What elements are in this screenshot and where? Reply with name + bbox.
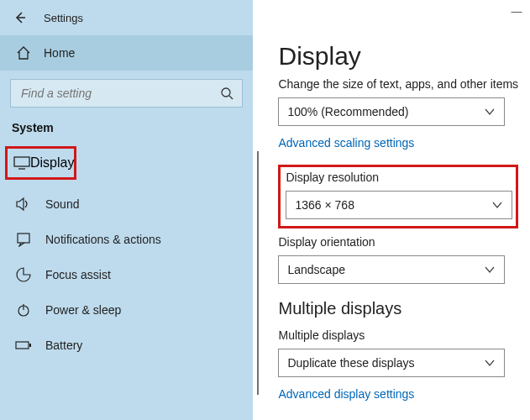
- chevron-down-icon: [484, 106, 496, 118]
- minimize-button[interactable]: —: [511, 5, 522, 18]
- chevron-down-icon: [484, 264, 496, 276]
- resolution-label: Display resolution: [286, 171, 511, 184]
- advanced-display-link[interactable]: Advanced display settings: [278, 387, 414, 401]
- display-icon: [13, 156, 30, 170]
- sidebar-home-label: Home: [44, 46, 75, 60]
- scale-select[interactable]: 100% (Recommended): [278, 97, 505, 126]
- sidebar-item-label: Focus assist: [45, 268, 111, 281]
- sidebar-item-label: Notifications & actions: [45, 233, 161, 246]
- svg-rect-4: [16, 342, 29, 349]
- resolution-highlight: Display resolution 1366 × 768: [278, 165, 518, 228]
- svg-rect-1: [14, 157, 29, 166]
- sidebar-home[interactable]: Home: [0, 35, 253, 71]
- multiple-displays-value: Duplicate these displays: [287, 356, 414, 370]
- sidebar-item-sound[interactable]: Sound: [0, 186, 253, 222]
- multiple-displays-label: Multiple displays: [278, 328, 518, 342]
- chevron-down-icon: [484, 357, 496, 369]
- page-title: Display: [278, 42, 518, 71]
- sidebar-item-battery[interactable]: Battery: [0, 328, 253, 363]
- window-title: Settings: [44, 12, 83, 24]
- sidebar-item-label: Power & sleep: [45, 303, 121, 317]
- orientation-label: Display orientation: [278, 235, 518, 249]
- back-button[interactable]: [7, 4, 34, 31]
- main-content: — Display Change the size of text, apps,…: [253, 0, 530, 420]
- focus-assist-icon: [13, 267, 34, 282]
- battery-icon: [13, 339, 34, 351]
- home-icon: [13, 45, 34, 60]
- sidebar-item-display[interactable]: Display: [5, 146, 76, 180]
- power-icon: [13, 302, 34, 318]
- resolution-value: 1366 × 768: [295, 198, 354, 212]
- svg-rect-5: [29, 344, 31, 347]
- orientation-select[interactable]: Landscape: [278, 255, 505, 284]
- multiple-displays-select[interactable]: Duplicate these displays: [278, 349, 505, 377]
- titlebar: Settings: [0, 0, 253, 35]
- multiple-displays-heading: Multiple displays: [278, 299, 518, 318]
- sidebar-item-label: Battery: [45, 339, 82, 352]
- sidebar-item-label: Display: [30, 155, 74, 171]
- search-input[interactable]: [19, 86, 220, 101]
- svg-rect-2: [18, 234, 29, 243]
- sidebar-item-label: Sound: [45, 197, 79, 211]
- arrow-left-icon: [13, 11, 27, 24]
- sound-icon: [13, 197, 34, 211]
- notifications-icon: [13, 232, 34, 247]
- sidebar-item-power-sleep[interactable]: Power & sleep: [0, 292, 253, 328]
- search-icon: [220, 87, 234, 100]
- sidebar: Settings Home System Display: [0, 0, 253, 420]
- scale-label: Change the size of text, apps, and other…: [278, 77, 518, 91]
- svg-point-0: [222, 88, 230, 97]
- advanced-scaling-link[interactable]: Advanced scaling settings: [278, 136, 414, 150]
- sidebar-item-focus-assist[interactable]: Focus assist: [0, 257, 253, 292]
- sidebar-item-notifications[interactable]: Notifications & actions: [0, 222, 253, 257]
- scale-value: 100% (Recommended): [287, 105, 408, 118]
- sidebar-category: System: [0, 113, 253, 146]
- resolution-select[interactable]: 1366 × 768: [286, 191, 512, 219]
- orientation-value: Landscape: [287, 263, 345, 276]
- search-box[interactable]: [10, 79, 243, 108]
- chevron-down-icon: [491, 199, 503, 211]
